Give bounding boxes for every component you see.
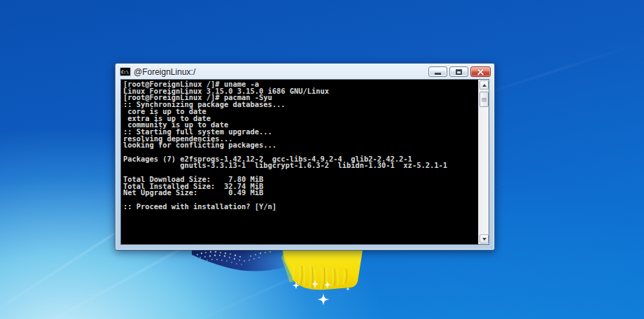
logo-yellow-pane	[281, 250, 363, 290]
scrollbar[interactable]	[478, 80, 489, 244]
scrollbar-grip-icon	[482, 98, 486, 101]
close-icon	[477, 69, 484, 75]
scroll-up-icon	[482, 84, 486, 87]
windows-logo	[188, 249, 377, 319]
window-controls	[428, 66, 491, 77]
scroll-down-icon	[482, 238, 486, 241]
terminal-screen[interactable]: [root@ForeignLinux /]# uname -a Linux Fo…	[121, 80, 478, 244]
maximize-icon	[456, 69, 462, 75]
close-button[interactable]	[470, 66, 491, 77]
scroll-down-button[interactable]	[479, 234, 489, 243]
desktop[interactable]: C:\ @ForeignLinux:/ [root@ForeignLinux /…	[0, 0, 644, 319]
console-window: C:\ @ForeignLinux:/ [root@ForeignLinux /…	[115, 63, 495, 250]
console-client-area: [root@ForeignLinux /]# uname -a Linux Fo…	[120, 79, 489, 245]
minimize-icon	[435, 73, 441, 75]
titlebar[interactable]: C:\ @ForeignLinux:/	[116, 64, 493, 79]
scrollbar-thumb[interactable]	[479, 92, 489, 107]
scroll-up-button[interactable]	[479, 80, 489, 90]
window-title: @ForeignLinux:/	[134, 67, 195, 77]
minimize-button[interactable]	[428, 66, 447, 77]
maximize-button[interactable]	[449, 66, 468, 77]
terminal-output: [root@ForeignLinux /]# uname -a Linux Fo…	[121, 80, 478, 210]
logo-blue-pane	[192, 250, 286, 271]
console-icon: C:\	[120, 67, 131, 76]
logo-sparkles	[293, 280, 351, 306]
